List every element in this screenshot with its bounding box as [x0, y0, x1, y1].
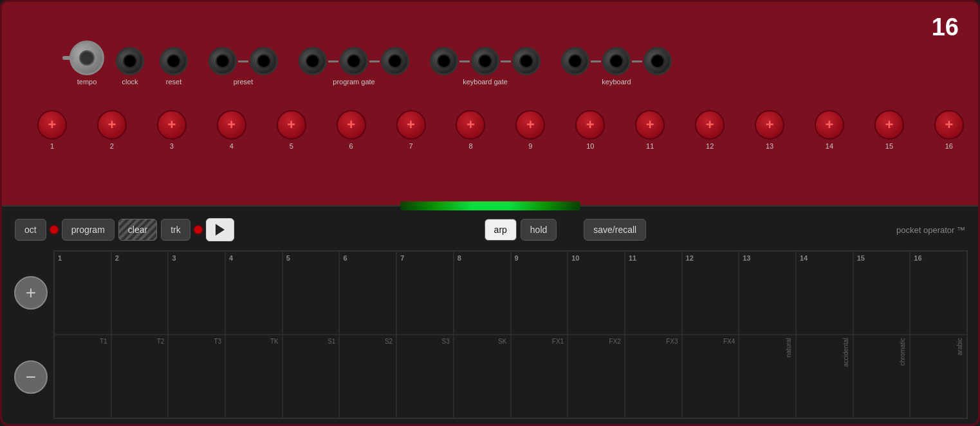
clock-jack-group: clock [116, 47, 144, 86]
encoder-12[interactable] [695, 110, 725, 140]
grid-label-cell-15[interactable]: chromatic [853, 335, 911, 418]
grid-label-cell-3[interactable]: T3 [168, 335, 225, 418]
encoder-item-11: 11 [635, 110, 665, 150]
save-recall-button[interactable]: save/recall [584, 219, 646, 241]
grid-label-cell-14[interactable]: accidental [796, 335, 853, 418]
encoder-item-12: 12 [695, 110, 725, 150]
reset-jack-group: reset [160, 47, 188, 86]
grid-cell-15[interactable]: 15 [853, 251, 911, 335]
tempo-knob[interactable] [69, 41, 104, 75]
keyboard-jack-1[interactable] [561, 47, 589, 75]
trk-button[interactable]: trk [161, 219, 190, 241]
keyboard-jack-2[interactable] [602, 47, 631, 75]
encoder-label-3: 3 [170, 142, 174, 150]
encoder-14[interactable] [815, 110, 844, 140]
encoder-label-5: 5 [290, 142, 293, 150]
grid-label-cell-7[interactable]: S3 [396, 335, 454, 418]
encoder-13[interactable] [755, 110, 784, 140]
oct-button[interactable]: oct [15, 219, 46, 241]
encoder-item-5: 5 [277, 110, 306, 150]
encoder-label-9: 9 [528, 142, 532, 150]
program-button[interactable]: program [62, 219, 115, 241]
grid-cell-6[interactable]: 6 [339, 251, 396, 335]
program-gate-jack-1[interactable] [299, 47, 327, 75]
keyboard-jack-3[interactable] [643, 47, 672, 75]
grid-cell-7[interactable]: 7 [396, 251, 454, 335]
grid-label-cell-9[interactable]: FX1 [511, 335, 568, 418]
encoder-2[interactable] [97, 110, 127, 140]
grid-cell-14[interactable]: 14 [796, 251, 853, 335]
grid-label-cell-2[interactable]: T2 [111, 335, 169, 418]
encoder-label-2: 2 [110, 142, 114, 150]
grid-cell-16[interactable]: 16 [910, 251, 967, 335]
grid-label-cell-10[interactable]: FX2 [568, 335, 625, 418]
grid-label-cell-11[interactable]: FX3 [625, 335, 682, 418]
encoder-item-3: 3 [157, 110, 187, 150]
encoder-item-8: 8 [456, 110, 485, 150]
trk-led [194, 226, 202, 234]
grid-cell-3[interactable]: 3 [168, 251, 225, 335]
encoder-9[interactable] [515, 110, 545, 140]
program-gate-group: program gate [299, 47, 409, 86]
grid-cell-2[interactable]: 2 [111, 251, 169, 335]
grid-cell-13[interactable]: 13 [739, 251, 796, 335]
grid-cell-9[interactable]: 9 [511, 251, 568, 335]
encoder-16[interactable] [934, 110, 964, 140]
reset-jack[interactable] [160, 47, 188, 75]
encoders-section: 1 2 3 4 5 6 7 8 [37, 110, 964, 150]
grid-label-cell-1[interactable]: T1 [54, 335, 111, 418]
encoder-item-14: 14 [815, 110, 844, 150]
program-gate-jack-3[interactable] [381, 47, 409, 75]
keyboard-gate-jack-1[interactable] [430, 47, 458, 75]
encoder-10[interactable] [575, 110, 605, 140]
encoder-11[interactable] [635, 110, 665, 140]
preset-jack-2[interactable] [250, 47, 278, 75]
brand-label: pocket operator ™ [896, 225, 965, 235]
hold-button[interactable]: hold [521, 219, 557, 241]
keyboard-gate-jack-2[interactable] [471, 47, 499, 75]
grid-label-cell-5[interactable]: S1 [282, 335, 340, 418]
keyboard-label: keyboard [602, 78, 631, 86]
bottom-panel: oct program clear trk arp hold save/reca… [2, 205, 978, 424]
grid-cell-4[interactable]: 4 [225, 251, 282, 335]
plus-button[interactable]: + [14, 276, 48, 310]
step-count: 16 [932, 14, 959, 41]
grid-cell-12[interactable]: 12 [682, 251, 739, 335]
grid-label-cell-6[interactable]: S2 [339, 335, 396, 418]
grid-cell-8[interactable]: 8 [454, 251, 511, 335]
keyboard-gate-jack-3[interactable] [512, 47, 541, 75]
arp-button[interactable]: arp [485, 219, 517, 241]
preset-jack-1[interactable] [208, 47, 237, 75]
run-button[interactable] [206, 218, 234, 241]
grid-label-cell-16[interactable]: arabic [910, 335, 967, 418]
encoder-label-15: 15 [885, 142, 893, 150]
grid-label-cell-4[interactable]: TK [225, 335, 282, 418]
grid-cell-1[interactable]: 1 [54, 251, 111, 335]
grid-label-cell-13[interactable]: natural [739, 335, 796, 418]
encoder-item-16: 16 [934, 110, 964, 150]
grid-cell-11[interactable]: 11 [625, 251, 682, 335]
encoder-4[interactable] [217, 110, 246, 140]
grid-left-controls: + − [12, 250, 50, 419]
encoder-15[interactable] [874, 110, 904, 140]
program-gate-jack-2[interactable] [340, 47, 368, 75]
grid-label-cell-12[interactable]: FX4 [682, 335, 739, 418]
clock-jack[interactable] [116, 47, 144, 75]
encoder-label-11: 11 [646, 142, 654, 150]
preset-label: preset [234, 78, 254, 86]
encoder-6[interactable] [337, 110, 366, 140]
encoder-1[interactable] [37, 110, 67, 140]
grid-cell-5[interactable]: 5 [282, 251, 340, 335]
encoder-7[interactable] [396, 110, 426, 140]
clear-button[interactable]: clear [118, 219, 157, 241]
keyboard-gate-group: keyboard gate [430, 47, 541, 86]
encoder-label-1: 1 [50, 142, 54, 150]
grid-cell-10[interactable]: 10 [568, 251, 625, 335]
grid-label-cell-8[interactable]: SK [454, 335, 511, 418]
encoder-8[interactable] [456, 110, 485, 140]
encoder-5[interactable] [277, 110, 306, 140]
minus-button[interactable]: − [14, 360, 48, 394]
encoder-label-4: 4 [230, 142, 234, 150]
encoder-3[interactable] [157, 110, 187, 140]
encoder-item-1: 1 [37, 110, 67, 150]
